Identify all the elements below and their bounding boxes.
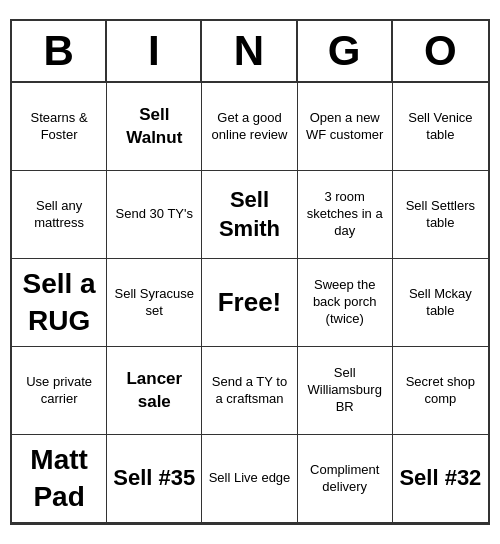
bingo-cell-0: Stearns & Foster <box>12 83 107 171</box>
bingo-header-letter-g: G <box>298 21 393 81</box>
bingo-cell-text-17: Send a TY to a craftsman <box>206 374 292 408</box>
bingo-cell-17: Send a TY to a craftsman <box>202 347 297 435</box>
bingo-cell-10: Sell a RUG <box>12 259 107 347</box>
bingo-header-letter-b: B <box>12 21 107 81</box>
bingo-cell-text-22: Sell Live edge <box>209 470 291 487</box>
bingo-cell-2: Get a good online review <box>202 83 297 171</box>
bingo-cell-text-23: Compliment delivery <box>302 462 388 496</box>
bingo-cell-5: Sell any mattress <box>12 171 107 259</box>
bingo-cell-11: Sell Syracuse set <box>107 259 202 347</box>
bingo-cell-19: Secret shop comp <box>393 347 488 435</box>
bingo-cell-4: Sell Venice table <box>393 83 488 171</box>
bingo-cell-text-21: Sell #35 <box>113 464 195 493</box>
bingo-cell-7: Sell Smith <box>202 171 297 259</box>
bingo-cell-8: 3 room sketches in a day <box>298 171 393 259</box>
bingo-cell-9: Sell Settlers table <box>393 171 488 259</box>
bingo-cell-13: Sweep the back porch (twice) <box>298 259 393 347</box>
bingo-cell-text-13: Sweep the back porch (twice) <box>302 277 388 328</box>
bingo-cell-text-8: 3 room sketches in a day <box>302 189 388 240</box>
bingo-cell-text-14: Sell Mckay table <box>397 286 484 320</box>
bingo-cell-text-16: Lancer sale <box>111 368 197 412</box>
bingo-cell-12: Free! <box>202 259 297 347</box>
bingo-cell-3: Open a new WF customer <box>298 83 393 171</box>
bingo-cell-text-2: Get a good online review <box>206 110 292 144</box>
bingo-cell-text-1: Sell Walnut <box>111 104 197 148</box>
bingo-grid: Stearns & FosterSell WalnutGet a good on… <box>12 83 488 523</box>
bingo-cell-23: Compliment delivery <box>298 435 393 523</box>
bingo-cell-20: Matt Pad <box>12 435 107 523</box>
bingo-cell-text-9: Sell Settlers table <box>397 198 484 232</box>
bingo-cell-16: Lancer sale <box>107 347 202 435</box>
bingo-cell-text-7: Sell Smith <box>206 186 292 243</box>
bingo-cell-text-12: Free! <box>218 286 282 320</box>
bingo-header-letter-i: I <box>107 21 202 81</box>
bingo-cell-22: Sell Live edge <box>202 435 297 523</box>
bingo-cell-text-6: Send 30 TY's <box>116 206 193 223</box>
bingo-cell-text-20: Matt Pad <box>16 442 102 515</box>
bingo-cell-6: Send 30 TY's <box>107 171 202 259</box>
bingo-header: BINGO <box>12 21 488 83</box>
bingo-cell-21: Sell #35 <box>107 435 202 523</box>
bingo-cell-text-24: Sell #32 <box>399 464 481 493</box>
bingo-cell-text-15: Use private carrier <box>16 374 102 408</box>
bingo-cell-text-18: Sell Williamsburg BR <box>302 365 388 416</box>
bingo-card: BINGO Stearns & FosterSell WalnutGet a g… <box>10 19 490 525</box>
bingo-cell-text-10: Sell a RUG <box>16 266 102 339</box>
bingo-cell-text-3: Open a new WF customer <box>302 110 388 144</box>
bingo-cell-18: Sell Williamsburg BR <box>298 347 393 435</box>
bingo-header-letter-n: N <box>202 21 297 81</box>
bingo-cell-text-5: Sell any mattress <box>16 198 102 232</box>
bingo-cell-text-19: Secret shop comp <box>397 374 484 408</box>
bingo-cell-text-0: Stearns & Foster <box>16 110 102 144</box>
bingo-cell-24: Sell #32 <box>393 435 488 523</box>
bingo-cell-15: Use private carrier <box>12 347 107 435</box>
bingo-cell-14: Sell Mckay table <box>393 259 488 347</box>
bingo-cell-1: Sell Walnut <box>107 83 202 171</box>
bingo-cell-text-11: Sell Syracuse set <box>111 286 197 320</box>
bingo-cell-text-4: Sell Venice table <box>397 110 484 144</box>
bingo-header-letter-o: O <box>393 21 488 81</box>
